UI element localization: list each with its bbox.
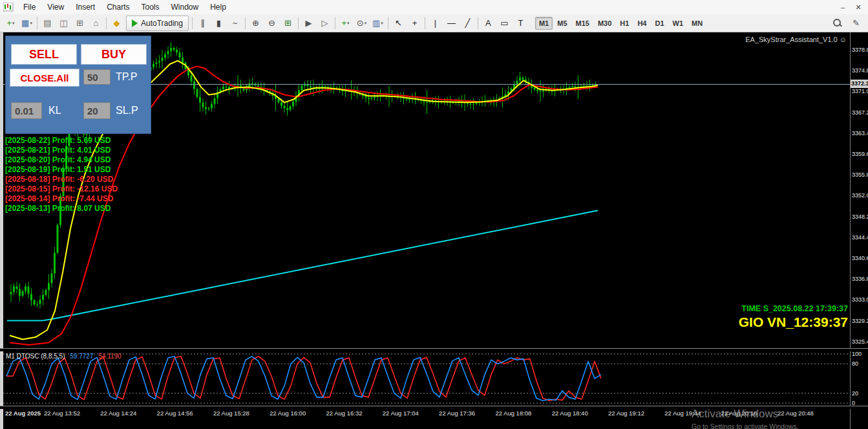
profiles-icon[interactable]: ▤ xyxy=(39,16,56,30)
current-price-tag: 3372.30 xyxy=(851,80,868,88)
menu-help[interactable]: Help xyxy=(204,1,232,14)
profit-line: [2025-08-13] Profit: 8.07 USD xyxy=(5,204,118,214)
timeframe-m1[interactable]: M1 xyxy=(535,17,553,30)
autotrading-button[interactable]: AutoTrading xyxy=(126,16,189,31)
profit-history: [2025-08-22] Profit: 5.69 USD[2025-08-21… xyxy=(5,136,118,214)
sell-button[interactable]: SELL xyxy=(11,44,77,65)
smiley-icon: ☺ xyxy=(840,36,847,43)
data-window-icon[interactable]: ⊞ xyxy=(72,16,88,30)
menu-window[interactable]: Window xyxy=(165,1,205,14)
time-label: 22 Aug 19:12 xyxy=(608,410,644,417)
timeframe-m5[interactable]: M5 xyxy=(553,17,571,30)
toolbar-separator xyxy=(192,17,193,29)
play-icon xyxy=(132,19,138,27)
ea-panel: SELL BUY CLOSE.All 50 TP.P 0.01 KL 20 SL… xyxy=(5,36,151,134)
buy-button[interactable]: BUY xyxy=(81,44,147,65)
horizontal-line-icon[interactable]: — xyxy=(443,16,460,30)
shapes-icon[interactable]: ▭ xyxy=(496,16,513,30)
menu-bar: FileViewInsertChartsToolsWindowHelp – ✕ xyxy=(0,0,868,15)
time-label: 22 Aug 14:24 xyxy=(100,410,136,417)
lot-label: KL xyxy=(48,105,61,116)
menu-view[interactable]: View xyxy=(41,1,70,14)
magnifier-glyph xyxy=(832,18,842,28)
data-window-glyph: ⊞ xyxy=(76,19,83,27)
menu-items: FileViewInsertChartsToolsWindowHelp xyxy=(17,1,232,14)
lot-input[interactable]: 0.01 xyxy=(11,102,42,119)
price-label: 3344.40 xyxy=(852,234,868,241)
indicator-name: M1 DTOSC (8,8,5,5) xyxy=(6,353,65,360)
bar-chart-icon[interactable]: ∥ xyxy=(195,16,211,30)
time-label: 22 Aug 2025 xyxy=(5,410,41,417)
timeframe-m15[interactable]: M15 xyxy=(572,17,593,30)
menu-charts[interactable]: Charts xyxy=(101,1,135,14)
new-order-icon[interactable]: +▾ xyxy=(3,16,19,30)
window-edge xyxy=(0,32,3,429)
timeframe-h4[interactable]: H4 xyxy=(633,17,650,30)
cursor-icon[interactable]: ↖ xyxy=(390,16,407,30)
templates-icon[interactable]: ▥▾ xyxy=(370,16,386,30)
dropdown-caret-icon: ▾ xyxy=(365,21,367,25)
menu-insert[interactable]: Insert xyxy=(70,1,101,14)
timeframe-w1[interactable]: W1 xyxy=(669,17,688,30)
new-order-glyph: + xyxy=(6,19,12,27)
ea-title-text: EA_SkyStrar_Assistant_V1.0 xyxy=(745,36,837,43)
timeframe-mn[interactable]: MN xyxy=(688,17,706,30)
charts-menu-icon[interactable]: ▦▾ xyxy=(19,16,35,30)
dropdown-caret-icon: ▾ xyxy=(30,21,32,25)
vertical-line-icon[interactable]: | xyxy=(427,16,443,30)
close-button[interactable]: ✕ xyxy=(851,1,865,13)
profit-line: [2025-08-15] Profit: -12.16 USD xyxy=(5,184,118,194)
periods-glyph: ⊙ xyxy=(357,19,364,27)
autotrading-label: AutoTrading xyxy=(141,19,183,28)
crosshair-icon[interactable]: + xyxy=(407,16,423,30)
timeframe-m30[interactable]: M30 xyxy=(594,17,615,30)
trendline-icon[interactable]: ╱ xyxy=(460,16,476,30)
profit-line: [2025-08-14] Profit: -7.44 USD xyxy=(5,194,118,204)
time-label: 22 Aug 15:28 xyxy=(213,410,249,417)
indicator-panel[interactable]: M1 DTOSC (8,8,5,5) 59.7727 54.1190 xyxy=(3,351,851,406)
indicator-level-label: 100 xyxy=(852,351,862,357)
text-glyph: A xyxy=(485,19,491,27)
time-label: 22 Aug 17:36 xyxy=(439,410,475,417)
profit-line: [2025-08-21] Profit: 4.01 USD xyxy=(5,146,118,155)
text-label-icon[interactable]: T xyxy=(513,16,529,30)
main-chart-area[interactable]: SELL BUY CLOSE.All 50 TP.P 0.01 KL 20 SL… xyxy=(3,32,851,348)
activate-windows-watermark: Activate Windows Go to Settings to activ… xyxy=(692,408,799,429)
close-all-button[interactable]: CLOSE.All xyxy=(10,69,79,87)
indicator-level-label: 20 xyxy=(852,390,858,397)
price-label: 3355.80 xyxy=(852,171,868,178)
price-label: 3325.40 xyxy=(852,338,868,345)
toolbar-separator xyxy=(298,17,299,29)
indicators-icon[interactable]: +▾ xyxy=(337,16,354,30)
menu-file[interactable]: File xyxy=(17,1,41,14)
menu-tools[interactable]: Tools xyxy=(136,1,165,14)
shapes-glyph: ▭ xyxy=(500,19,508,27)
auto-scroll-icon[interactable]: ▶ xyxy=(301,16,317,30)
navigator-icon[interactable]: ⌂ xyxy=(88,16,104,30)
sl-input[interactable]: 20 xyxy=(83,102,111,119)
zoom-in-icon[interactable]: ⊕ xyxy=(248,16,264,30)
chart-shift-icon[interactable]: ▷ xyxy=(317,16,333,30)
minimize-button[interactable]: – xyxy=(836,1,850,13)
search-icon[interactable] xyxy=(829,16,845,30)
tp-label: TP.P xyxy=(116,71,138,83)
zoom-out-icon[interactable]: ⊖ xyxy=(264,16,280,30)
timeframe-d1[interactable]: D1 xyxy=(651,17,668,30)
market-watch-icon[interactable]: ◫ xyxy=(56,16,72,30)
text-icon[interactable]: A xyxy=(480,16,496,30)
candlestick-chart-icon[interactable]: ▮ xyxy=(211,16,227,30)
metaeditor-icon[interactable]: ◆ xyxy=(109,16,125,30)
zoom-out-glyph: ⊖ xyxy=(268,19,275,27)
tile-windows-icon[interactable]: ⊞ xyxy=(280,16,296,30)
panel-divider[interactable] xyxy=(0,348,868,351)
timeframe-h1[interactable]: H1 xyxy=(616,17,633,30)
line-chart-icon[interactable]: ~ xyxy=(227,16,243,30)
periods-icon[interactable]: ⊙▾ xyxy=(354,16,370,30)
tp-input[interactable]: 50 xyxy=(83,69,111,85)
line-chart-glyph: ~ xyxy=(233,19,238,27)
edit-icon[interactable]: ✎ xyxy=(848,16,864,30)
dropdown-caret-icon: ▾ xyxy=(347,21,350,25)
price-label: 3336.80 xyxy=(852,276,868,282)
window-controls: – ✕ xyxy=(836,1,868,13)
price-scale[interactable]: 3378.603374.803371.003367.203363.403359.… xyxy=(850,32,868,429)
